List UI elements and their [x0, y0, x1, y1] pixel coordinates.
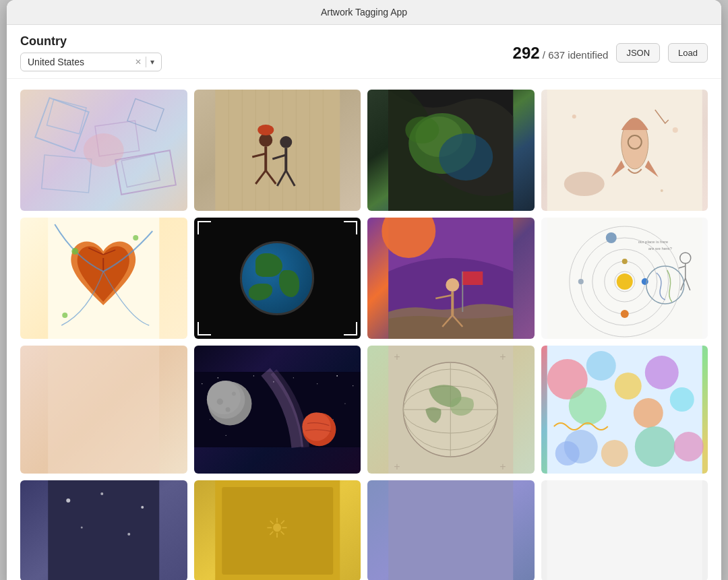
artwork-card[interactable] [194, 218, 361, 339]
gallery: our place is here are we here? [7, 79, 721, 580]
corner-bl [198, 322, 211, 335]
svg-point-44 [62, 313, 67, 318]
svg-point-119 [601, 440, 628, 467]
corner-tl [198, 221, 211, 234]
svg-text:our place is here: our place is here [638, 240, 668, 244]
artwork-card[interactable] [541, 90, 708, 211]
artwork-card[interactable] [367, 480, 535, 580]
svg-point-88 [332, 419, 333, 420]
toolbar-left: Country United States ✕ ▾ [20, 34, 162, 71]
toolbar-right: 292 / 637 identified JSON Load [513, 43, 708, 63]
app-window: Artwork Tagging App Country United State… [7, 0, 721, 580]
svg-point-122 [555, 441, 579, 465]
count-separator: / [543, 49, 545, 61]
artwork-card[interactable] [541, 346, 708, 474]
artwork-card[interactable]: Is the artwork clear? Cancel [20, 346, 187, 474]
svg-point-95 [216, 399, 222, 405]
svg-point-20 [280, 136, 292, 148]
svg-point-96 [231, 391, 235, 395]
svg-point-63 [620, 310, 628, 318]
svg-point-115 [644, 356, 678, 389]
artwork-image: ☀ [194, 480, 361, 580]
svg-point-78 [202, 383, 202, 384]
svg-point-91 [225, 435, 226, 436]
svg-point-34 [564, 172, 604, 196]
artwork-image: our place is here are we here? [541, 218, 708, 339]
svg-point-83 [293, 377, 293, 378]
svg-rect-123 [48, 480, 159, 580]
artwork-card[interactable] [20, 218, 187, 339]
svg-point-99 [302, 412, 330, 441]
svg-point-43 [133, 235, 138, 240]
svg-point-97 [225, 407, 230, 412]
artwork-image: + + + + [367, 346, 535, 474]
svg-text:+: + [394, 461, 400, 472]
earth-land [255, 253, 282, 277]
svg-point-64 [578, 279, 583, 284]
app-title: Artwork Tagging App [321, 7, 407, 18]
clear-icon[interactable]: ✕ [135, 57, 142, 67]
svg-point-65 [605, 232, 616, 243]
svg-point-5 [84, 133, 124, 167]
artwork-image [541, 90, 708, 211]
svg-point-112 [586, 351, 615, 381]
artwork-card[interactable] [541, 480, 708, 580]
artwork-card[interactable] [20, 90, 187, 211]
country-select[interactable]: United States ✕ ▾ [20, 53, 162, 71]
artwork-card[interactable] [367, 90, 535, 211]
artwork-card[interactable]: ☀ [194, 480, 361, 580]
svg-point-85 [336, 375, 338, 377]
count-display: 292 / 637 identified [513, 44, 609, 63]
artwork-card[interactable]: our place is here are we here? [541, 218, 708, 339]
count-total: 637 identified [548, 49, 608, 61]
json-button[interactable]: JSON [616, 43, 660, 63]
artwork-card[interactable] [194, 346, 361, 474]
svg-point-125 [100, 492, 103, 495]
artwork-image [194, 218, 361, 339]
svg-point-113 [568, 387, 606, 425]
artwork-image [367, 218, 535, 339]
svg-text:+: + [394, 351, 400, 362]
svg-point-29 [439, 133, 493, 181]
svg-rect-4 [127, 99, 164, 131]
count-current: 292 [513, 44, 540, 62]
artwork-image [20, 480, 187, 580]
svg-point-124 [66, 498, 70, 503]
artwork-card[interactable] [367, 218, 535, 339]
svg-rect-74 [48, 346, 159, 474]
svg-rect-132 [388, 480, 513, 580]
country-select-value: United States [28, 57, 131, 67]
svg-point-117 [633, 398, 663, 428]
svg-point-47 [446, 278, 459, 292]
svg-point-114 [614, 373, 641, 399]
artwork-card[interactable] [20, 480, 187, 580]
svg-point-81 [253, 375, 253, 376]
select-divider [146, 57, 146, 67]
artwork-image [20, 218, 187, 339]
load-button[interactable]: Load [668, 43, 708, 63]
artwork-image [20, 90, 187, 211]
svg-rect-6 [215, 90, 340, 211]
svg-rect-53 [462, 271, 483, 285]
svg-point-86 [353, 385, 353, 386]
country-label: Country [20, 34, 162, 49]
corner-tr [344, 221, 357, 234]
artwork-card[interactable] [194, 90, 361, 211]
svg-rect-0 [47, 99, 86, 134]
toolbar: Country United States ✕ ▾ 292 / 637 iden… [7, 25, 721, 79]
svg-rect-3 [121, 154, 160, 187]
earth-land [279, 270, 299, 297]
chevron-down-icon[interactable]: ▾ [150, 57, 154, 67]
svg-text:are we here?: are we here? [648, 247, 672, 251]
solar-system-svg: our place is here are we here? [541, 218, 708, 339]
svg-rect-2 [42, 155, 92, 193]
svg-rect-133 [547, 480, 702, 580]
svg-point-87 [344, 404, 345, 404]
artwork-image [194, 90, 361, 211]
svg-point-116 [669, 387, 694, 412]
svg-point-37 [660, 189, 663, 192]
artwork-card[interactable]: + + + + [367, 346, 535, 474]
svg-point-61 [621, 259, 627, 264]
artwork-image [20, 346, 187, 474]
svg-point-79 [217, 377, 218, 379]
